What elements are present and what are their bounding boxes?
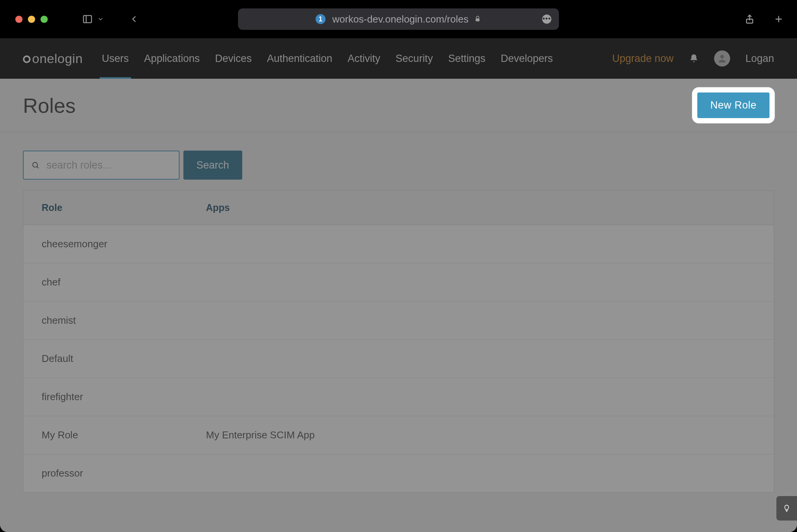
window-minimize-button[interactable] (28, 16, 35, 23)
table-row[interactable]: chemist (23, 302, 774, 340)
window-controls (15, 16, 48, 23)
table-row[interactable]: Default (23, 340, 774, 378)
search-input-wrapper (23, 151, 180, 180)
brand-text: onelogin (32, 51, 83, 66)
nav-item-security[interactable]: Security (395, 38, 433, 79)
browser-url-text: workos-dev.onelogin.com/roles (332, 13, 468, 25)
browser-titlebar: 1 workos-dev.onelogin.com/roles ••• (0, 0, 797, 38)
role-cell: Default (23, 340, 188, 378)
apps-cell (188, 225, 774, 263)
lightbulb-icon (782, 504, 791, 513)
svg-line-8 (37, 167, 39, 168)
top-nav: onelogin UsersApplicationsDevicesAuthent… (0, 38, 797, 79)
svg-rect-0 (84, 16, 92, 23)
role-cell: chef (23, 263, 188, 301)
nav-item-settings[interactable]: Settings (448, 38, 486, 79)
page-title: Roles (23, 94, 76, 117)
table-row[interactable]: cheesemonger (23, 225, 774, 263)
table-row[interactable]: My RoleMy Enterprise SCIM App (23, 416, 774, 454)
svg-rect-2 (476, 18, 479, 21)
page-settings-icon[interactable]: ••• (542, 15, 551, 24)
bell-icon (689, 54, 699, 63)
lock-icon (474, 13, 481, 25)
role-cell: cheesemonger (23, 225, 188, 263)
help-button[interactable] (776, 496, 797, 521)
apps-cell: My Enterprise SCIM App (188, 416, 774, 454)
avatar[interactable] (714, 50, 730, 66)
nav-item-applications[interactable]: Applications (144, 38, 200, 79)
column-header-apps[interactable]: Apps (188, 191, 774, 225)
window-zoom-button[interactable] (40, 16, 48, 23)
apps-cell (188, 302, 774, 339)
role-cell: My Role (23, 416, 188, 454)
page-header: Roles New Role (0, 79, 797, 132)
apps-cell (188, 378, 774, 416)
notifications-button[interactable] (689, 54, 699, 63)
roles-table: Role Apps cheesemongerchefchemistDefault… (23, 190, 774, 493)
tab-count-badge: 1 (316, 14, 326, 24)
search-button[interactable]: Search (183, 151, 242, 180)
chevron-down-icon[interactable] (97, 12, 104, 26)
table-header-row: Role Apps (23, 191, 774, 225)
svg-point-6 (720, 55, 724, 58)
svg-point-7 (33, 162, 38, 167)
apps-cell (188, 340, 774, 378)
column-header-role[interactable]: Role (23, 191, 188, 225)
search-input[interactable] (46, 159, 171, 172)
sidebar-toggle-icon[interactable] (81, 12, 94, 26)
nav-item-users[interactable]: Users (102, 38, 129, 79)
new-tab-icon[interactable] (772, 12, 786, 26)
role-cell: professor (23, 454, 188, 492)
nav-item-devices[interactable]: Devices (215, 38, 252, 79)
nav-item-developers[interactable]: Developers (501, 38, 553, 79)
apps-cell (188, 263, 774, 301)
role-cell: firefighter (23, 378, 188, 416)
new-role-button[interactable]: New Role (697, 92, 769, 118)
search-row: Search (23, 151, 774, 180)
nav-item-authentication[interactable]: Authentication (267, 38, 332, 79)
new-role-highlight: New Role (693, 88, 774, 123)
apps-cell (188, 454, 774, 492)
search-icon (31, 161, 40, 170)
browser-back-button[interactable] (127, 12, 141, 26)
brand-logo[interactable]: onelogin (23, 51, 83, 66)
table-row[interactable]: professor (23, 454, 774, 492)
browser-address-bar[interactable]: 1 workos-dev.onelogin.com/roles ••• (238, 8, 559, 30)
user-icon (717, 53, 727, 64)
window-close-button[interactable] (15, 16, 23, 23)
role-cell: chemist (23, 302, 188, 339)
upgrade-link[interactable]: Upgrade now (612, 53, 674, 65)
share-icon[interactable] (743, 12, 757, 26)
nav-item-activity[interactable]: Activity (348, 38, 381, 79)
table-row[interactable]: firefighter (23, 378, 774, 416)
table-row[interactable]: chef (23, 263, 774, 302)
username-label[interactable]: Logan (745, 53, 774, 65)
brand-icon (23, 55, 31, 63)
